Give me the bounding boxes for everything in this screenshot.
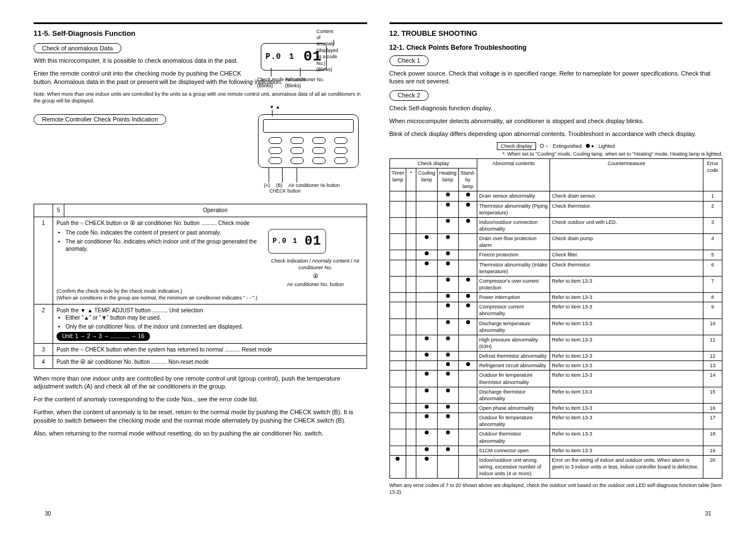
lamp-cell (389, 446, 406, 455)
lamp-cell (437, 293, 458, 302)
error-row: Open phase abnormalityRefer to item 13-3… (389, 404, 722, 413)
error-row: Refrigerant circuit abnormalityRefer to … (389, 361, 722, 371)
lamp-cell (437, 201, 458, 217)
error-contents: Freeze protection (477, 250, 550, 260)
lamp-star (406, 387, 416, 403)
lamp-cell (416, 371, 438, 387)
error-index: 4 (703, 234, 722, 250)
step1-note1: The code No. indicates the content of pr… (65, 229, 262, 237)
hdr-contents: Abnormal contents (477, 158, 550, 191)
lamp-cell (437, 217, 458, 233)
hdr-standby: Stand-by lamp (458, 168, 477, 191)
lamp-cell (416, 361, 438, 371)
error-countermeasure: Check thermistor. (550, 260, 703, 276)
step1-side-btn: Air conditioner No. button (268, 281, 363, 288)
step1-side-lcd: P.0 1 01 Check indication / A (268, 229, 363, 288)
end-p4: Also, when returning to the normal mode … (34, 429, 367, 438)
check2-l2: When microcomputer detects abnormality, … (389, 117, 723, 125)
lamp-cell (416, 404, 438, 413)
error-contents: Drain over-flow protection alarm (477, 234, 550, 250)
error-row: Outdoor fin temperature abnormalityRefer… (389, 413, 722, 429)
error-row: Compressor's over-current protectionRefe… (389, 276, 722, 292)
lamp-cell (416, 455, 438, 478)
hdr-checkdisplay: Check display (389, 158, 477, 168)
mode-note: *: When set to "Cooling" mode, Cooling l… (389, 151, 723, 157)
step2-note2: Only the air conditioner Nos. of the ind… (65, 323, 363, 331)
error-contents: Defrost thermistor abnormality (477, 352, 550, 361)
step3-op: Push the ○ CHECK button when the system … (53, 343, 367, 356)
end-p3: Further, when the content of anomaly is … (34, 408, 367, 425)
error-row: Indoor/outdoor unit wrong wiring, excess… (389, 455, 722, 478)
error-row: Defrost thermistor abnormalityRefer to i… (389, 352, 722, 361)
error-contents: Indoor/outdoor connection abnormality (477, 217, 550, 233)
lamp-cell (389, 371, 406, 387)
lamp-cell (437, 413, 458, 429)
lamp-cell (416, 276, 438, 292)
error-index: 2 (703, 201, 722, 217)
lamp-cell (437, 352, 458, 361)
error-index: 3 (703, 217, 722, 233)
steps-hdr-5: 5 (53, 204, 64, 217)
hdr-heat: Heating lamp (437, 168, 458, 191)
error-row: High pressure abnormality (63H)Refer to … (389, 335, 722, 351)
lcd-check-mode: P.0 (266, 51, 281, 62)
lamp-cell (416, 250, 438, 260)
error-index: 8 (703, 293, 722, 302)
lamp-cell (389, 318, 406, 335)
lamp-cell (437, 404, 458, 413)
lamp-cell (416, 234, 438, 250)
error-index: 20 (703, 455, 722, 478)
error-index: 17 (703, 413, 722, 429)
error-contents: Outdoor thermistor abnormality (477, 429, 550, 446)
lamp-cell (437, 302, 458, 318)
left-page: 11-5. Self-Diagnosis Function Check of a… (34, 17, 367, 500)
pill-check-anomalous: Check of anomalous Data (34, 43, 121, 54)
error-countermeasure: Error on the wiring of indoor and outdoo… (550, 455, 703, 478)
lamp-cell (458, 404, 477, 413)
error-index: 1 (703, 191, 722, 201)
lamp-cell (416, 429, 438, 446)
error-row: Freeze protectionCheck filter.5 (389, 250, 722, 260)
pill-remote-check: Remote Controller Check Points Indicatio… (34, 114, 166, 125)
lamp-cell (437, 455, 458, 478)
lamp-cell (416, 352, 438, 361)
error-contents: Outdoor fin temperature abnormality (477, 413, 550, 429)
lamp-cell (389, 413, 406, 429)
lamp-cell (437, 429, 458, 446)
page-number-left: 30 (45, 510, 51, 518)
lamp-cell (416, 191, 438, 201)
step-row-3: 3 Push the ○ CHECK button when the syste… (34, 343, 367, 356)
lamp-cell (458, 387, 477, 403)
error-contents: Drain sensor abnormality (477, 191, 550, 201)
error-index: 19 (703, 446, 722, 455)
error-countermeasure: Refer to item 13-3 (550, 352, 703, 361)
error-table: Check display Abnormal contents Counterm… (389, 158, 723, 479)
lamp-cell (389, 191, 406, 201)
error-row: Discharge temperature abnormalityRefer t… (389, 318, 722, 335)
hdr-cool: Cooling lamp (416, 168, 438, 191)
step1-op: Push the ○ CHECK button or ⦿ air conditi… (57, 219, 363, 227)
error-countermeasure: Refer to item 13-3 (550, 318, 703, 335)
lamp-cell (389, 302, 406, 318)
lcd-aircon-no: 1 (289, 51, 294, 62)
para-note: Note: When more than one indoor units ar… (34, 91, 367, 104)
error-contents: Discharge thermistor abnormality (477, 387, 550, 403)
error-contents: Power interruption (477, 293, 550, 302)
lamp-cell (437, 335, 458, 351)
error-index: 6 (703, 260, 722, 276)
pill-check2: Check 2 (389, 90, 429, 101)
right-page: 12. TROUBLE SHOOTING 12-1. Check Points … (389, 17, 723, 500)
lamp-cell (416, 302, 438, 318)
error-contents: Outdoor fin temperature thermistor abnor… (477, 371, 550, 387)
lamp-star (406, 293, 416, 302)
lamp-cell (458, 302, 477, 318)
error-index: 5 (703, 250, 722, 260)
error-countermeasure: Check drain pump. (550, 234, 703, 250)
error-countermeasure: Refer to item 13-3 (550, 413, 703, 429)
temp-adjust-label: ▼ ▲ (270, 104, 280, 110)
subsection-title: 12-1. Check Points Before Troubleshootin… (389, 43, 723, 52)
error-row: Outdoor thermistor abnormalityRefer to i… (389, 429, 722, 446)
lamp-cell (416, 260, 438, 276)
error-countermeasure: Refer to item 13-3 (550, 276, 703, 292)
lamp-cell (458, 293, 477, 302)
